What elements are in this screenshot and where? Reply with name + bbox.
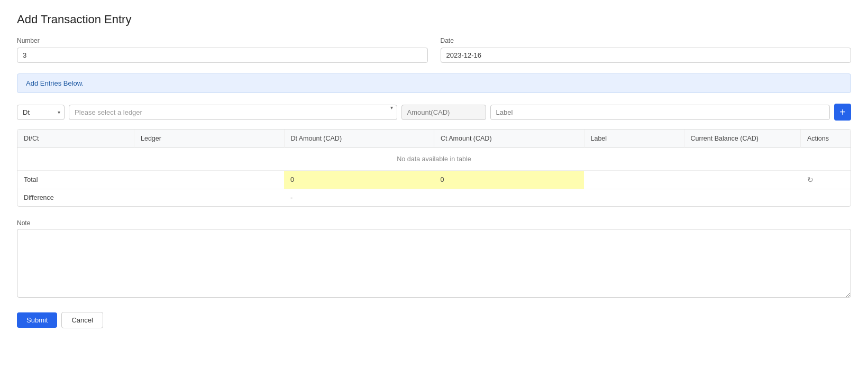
difference-row: Difference - (17, 189, 851, 207)
note-textarea[interactable] (17, 229, 851, 298)
table-header-row: Dt/Ct Ledger Dt Amount (CAD) Ct Amount (… (17, 130, 851, 148)
total-label-col (584, 171, 684, 189)
form-fields-row: Number Date (17, 37, 851, 63)
page-title: Add Transaction Entry (17, 13, 851, 26)
col-header-actions: Actions (801, 130, 851, 148)
total-ct-amount: 0 (434, 171, 584, 189)
total-dt-amount: 0 (284, 171, 434, 189)
diff-label: Difference (17, 189, 134, 207)
submit-button[interactable]: Submit (17, 312, 57, 328)
number-field-group: Number (17, 37, 428, 63)
total-actions: ↻ (801, 171, 851, 189)
date-field-group: Date (441, 37, 852, 63)
col-header-ct-amount: Ct Amount (CAD) (434, 130, 584, 148)
entry-input-row: Dt Ct ▾ Please select a ledger ▾ + (17, 104, 851, 121)
total-ledger (134, 171, 285, 189)
amount-input[interactable] (401, 105, 486, 120)
diff-dt-amount: - (284, 189, 434, 207)
diff-label-col (584, 189, 684, 207)
dt-ct-select-wrapper: Dt Ct ▾ (17, 105, 65, 120)
diff-actions (801, 189, 851, 207)
total-label: Total (17, 171, 134, 189)
refresh-icon[interactable]: ↻ (807, 176, 814, 184)
col-header-label: Label (584, 130, 684, 148)
no-data-message: No data available in table (17, 148, 851, 171)
entry-label-input[interactable] (490, 105, 830, 120)
col-header-ledger: Ledger (134, 130, 285, 148)
total-balance (684, 171, 801, 189)
info-banner: Add Entries Below. (17, 73, 851, 93)
cancel-button[interactable]: Cancel (61, 312, 103, 328)
date-label: Date (441, 37, 852, 44)
number-input[interactable] (17, 48, 428, 63)
note-label: Note (17, 219, 851, 227)
number-label: Number (17, 37, 428, 44)
ledger-select[interactable]: Please select a ledger (69, 105, 397, 120)
no-data-row: No data available in table (17, 148, 851, 171)
diff-ct-amount (434, 189, 584, 207)
col-header-dtct: Dt/Ct (17, 130, 134, 148)
ledger-select-wrapper: Please select a ledger ▾ (69, 105, 397, 120)
total-row: Total 0 0 ↻ (17, 171, 851, 189)
table-body: No data available in table Total 0 0 ↻ D… (17, 148, 851, 207)
diff-ledger (134, 189, 285, 207)
entries-table-container: Dt/Ct Ledger Dt Amount (CAD) Ct Amount (… (17, 129, 851, 207)
date-input[interactable] (441, 48, 852, 63)
dt-ct-select[interactable]: Dt Ct (17, 105, 65, 120)
add-entry-button[interactable]: + (834, 104, 851, 121)
diff-balance (684, 189, 801, 207)
col-header-balance: Current Balance (CAD) (684, 130, 801, 148)
note-section: Note (17, 219, 851, 299)
col-header-dt-amount: Dt Amount (CAD) (284, 130, 434, 148)
form-actions: Submit Cancel (17, 312, 851, 328)
entries-table: Dt/Ct Ledger Dt Amount (CAD) Ct Amount (… (17, 130, 851, 206)
table-header: Dt/Ct Ledger Dt Amount (CAD) Ct Amount (… (17, 130, 851, 148)
